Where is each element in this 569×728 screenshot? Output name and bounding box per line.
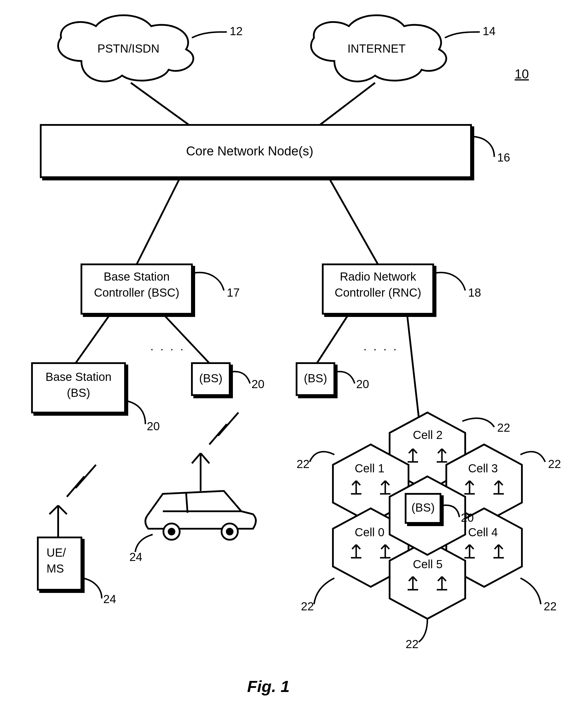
svg-point-13: [169, 529, 174, 535]
leader-14: [445, 32, 480, 38]
cell-0-label: Cell 0: [355, 526, 384, 539]
link-rnc-bs-left: [317, 314, 349, 363]
bsc-line2: Controller (BSC): [87, 286, 186, 299]
bs-small-center-label: (BS): [192, 372, 230, 385]
leader-16: [471, 137, 494, 157]
ref-20-cell: 20: [461, 511, 474, 524]
leader-22-c0: [314, 578, 335, 604]
bsc-line1: Base Station: [96, 270, 177, 283]
leader-22-c4: [520, 578, 541, 604]
bs-small-right-label: (BS): [297, 372, 335, 385]
cell-4-label: Cell 4: [468, 526, 498, 539]
figure-caption: Fig. 1: [247, 677, 290, 696]
car-signal: [209, 413, 238, 444]
cloud-pstn-label: PSTN/ISDN: [97, 42, 159, 55]
cell-3-label: Cell 3: [468, 462, 498, 475]
ref-18: 18: [468, 286, 481, 299]
ref-24-ue: 24: [103, 593, 116, 606]
link-bsc-bs-left: [76, 314, 110, 363]
ref-20-right: 20: [356, 378, 369, 391]
cell-2-label: Cell 2: [413, 428, 443, 442]
ref-16: 16: [497, 151, 510, 164]
link-pstn-core: [131, 83, 189, 125]
ref-22-c5: 22: [406, 638, 419, 651]
cloud-internet-label: INTERNET: [348, 42, 406, 55]
link-core-bsc: [137, 177, 180, 264]
ref-20-big: 20: [147, 420, 160, 433]
link-internet-core: [320, 83, 375, 125]
link-core-rnc: [329, 177, 378, 264]
ref-10: 10: [515, 67, 529, 81]
leader-22-c3: [520, 452, 545, 462]
link-bsc-bs-right: [163, 314, 209, 363]
dots-right: . . . .: [364, 340, 398, 353]
ref-24-car: 24: [129, 551, 142, 564]
leader-18: [435, 272, 465, 291]
rnc-line2: Controller (RNC): [329, 286, 427, 299]
leader-22-c1: [310, 452, 335, 462]
leader-20-center: [231, 372, 250, 383]
ue-line2: MS: [46, 562, 64, 575]
ref-14: 14: [483, 25, 496, 38]
ref-22-c3: 22: [548, 458, 561, 471]
leader-22-c2: [462, 418, 494, 427]
leader-20-right: [336, 372, 355, 383]
ref-22-c0: 22: [301, 600, 314, 613]
ue-signal: [67, 465, 96, 497]
bs-cell-label: (BS): [406, 501, 441, 514]
cell-5-label: Cell 5: [413, 558, 443, 571]
svg-line-9: [58, 505, 67, 514]
bs-big-line2: (BS): [38, 386, 119, 399]
leader-24-car: [135, 535, 153, 552]
ref-12: 12: [230, 25, 243, 38]
ref-17: 17: [227, 286, 240, 299]
svg-line-8: [49, 505, 58, 514]
dots-left: . . . .: [150, 340, 185, 353]
ue-antenna: [49, 505, 67, 537]
ue-line1: UE/: [46, 546, 66, 559]
car-icon: [145, 453, 256, 540]
svg-line-17: [192, 453, 201, 463]
ref-20-center: 20: [251, 378, 264, 391]
leader-17: [193, 272, 224, 291]
rnc-line1: Radio Network: [332, 270, 425, 283]
bs-big-line1: Base Station: [38, 370, 119, 383]
leader-20-big: [126, 401, 145, 424]
svg-line-18: [201, 453, 209, 463]
ref-22-c2: 22: [497, 421, 510, 434]
leader-24-ue: [83, 578, 102, 598]
svg-point-15: [227, 529, 232, 535]
ref-22-c1: 22: [297, 458, 310, 471]
leader-22-c5: [419, 619, 427, 642]
leader-12: [192, 32, 227, 38]
core-label: Core Network Node(s): [186, 144, 314, 158]
ref-22-c4: 22: [544, 600, 557, 613]
cell-1-label: Cell 1: [355, 462, 384, 475]
